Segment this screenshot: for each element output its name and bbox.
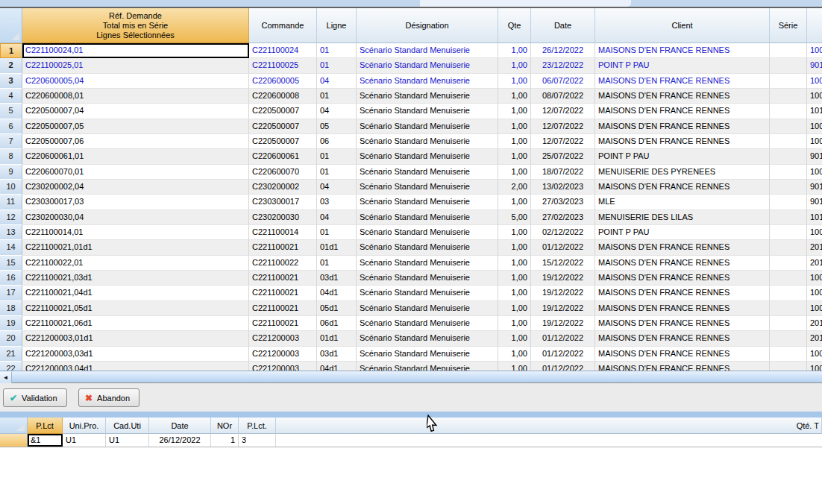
row-number[interactable]: 17 (0, 286, 22, 300)
cell-serie[interactable] (770, 286, 807, 300)
cell-ligne[interactable]: 04 (317, 210, 357, 225)
cell-designation[interactable]: Scénario Standard Menuiserie (357, 195, 498, 210)
row-number[interactable]: 1 (0, 43, 22, 58)
cell-serie[interactable] (770, 149, 807, 164)
cell-commande[interactable]: C220500007 (249, 104, 317, 119)
cell-qte[interactable]: 1,00 (498, 104, 531, 119)
row-number[interactable]: 18 (0, 301, 22, 316)
cell-serie[interactable] (770, 134, 807, 149)
cell-client[interactable]: MAISONS D'EN FRANCE RENNES (595, 286, 770, 300)
cell-serie[interactable] (770, 165, 807, 180)
cell-serie[interactable] (770, 271, 807, 286)
cell-ligne[interactable]: 04 (317, 74, 357, 89)
row-number[interactable]: 21 (0, 347, 22, 362)
cell-date[interactable]: 12/07/2022 (531, 134, 595, 149)
cell-ligne[interactable]: 06d1 (317, 316, 357, 331)
cell-serie[interactable] (770, 58, 807, 73)
column-header-serie[interactable]: Série (770, 8, 807, 43)
cell-client[interactable]: POINT P PAU (595, 149, 770, 164)
cell-designation[interactable]: Scénario Standard Menuiserie (357, 43, 498, 58)
bottom-cell-plct2[interactable]: 3 (239, 434, 276, 447)
cell-qte[interactable]: 1,00 (498, 43, 531, 58)
bottom-row-gutter[interactable] (0, 434, 28, 447)
cell-commande[interactable]: C221100022 (249, 256, 317, 271)
cell-de[interactable]: 100 (807, 225, 822, 240)
bottom-column-header-plct2[interactable]: P.Lct. (239, 418, 276, 434)
cell-de[interactable]: 201 (807, 240, 822, 255)
cell-date[interactable]: 19/12/2022 (531, 301, 595, 316)
cell-qte[interactable]: 1,00 (498, 347, 531, 362)
cell-ligne[interactable]: 01d1 (317, 331, 357, 346)
row-number[interactable]: 11 (0, 195, 22, 210)
cell-designation[interactable]: Scénario Standard Menuiserie (357, 256, 498, 271)
cell-client[interactable]: MAISONS D'EN FRANCE RENNES (595, 362, 770, 371)
cell-ligne[interactable]: 01 (317, 225, 357, 240)
cell-designation[interactable]: Scénario Standard Menuiserie (357, 58, 498, 73)
cell-designation[interactable]: Scénario Standard Menuiserie (357, 225, 498, 240)
cell-designation[interactable]: Scénario Standard Menuiserie (357, 89, 498, 104)
cell-qte[interactable]: 1,00 (498, 301, 531, 316)
cell-commande[interactable]: C221100021 (249, 271, 317, 286)
cell-date[interactable]: 23/12/2022 (531, 58, 595, 73)
cell-qte[interactable]: 1,00 (498, 89, 531, 104)
cell-ref[interactable]: C230200002,04 (22, 180, 249, 195)
row-number[interactable]: 16 (0, 271, 22, 286)
cell-de[interactable]: 201 (807, 256, 822, 271)
bottom-cell-date[interactable]: 26/12/2022 (149, 434, 211, 447)
column-header-ref[interactable]: Réf. Demande Total mis en Série Lignes S… (22, 8, 249, 43)
column-header-qte[interactable]: Qte (498, 8, 531, 43)
bottom-column-header-plct[interactable]: P.Lct (28, 418, 63, 434)
cell-ref[interactable]: C221100021,03d1 (22, 271, 249, 286)
cell-client[interactable]: MAISONS D'EN FRANCE RENNES (595, 240, 770, 255)
cell-serie[interactable] (770, 331, 807, 346)
cell-serie[interactable] (770, 210, 807, 225)
cell-date[interactable]: 19/12/2022 (531, 316, 595, 331)
cell-date[interactable]: 19/12/2022 (531, 271, 595, 286)
cell-date[interactable]: 08/07/2022 (531, 89, 595, 104)
horizontal-scrollbar[interactable]: ◄ (0, 371, 822, 383)
cell-serie[interactable] (770, 240, 807, 255)
column-header-client[interactable]: Client (595, 8, 770, 43)
cell-client[interactable]: MAISONS D'EN FRANCE RENNES (595, 301, 770, 316)
cell-ligne[interactable]: 03 (317, 195, 357, 210)
cell-serie[interactable] (770, 89, 807, 104)
cell-client[interactable]: MAISONS D'EN FRANCE RENNES (595, 316, 770, 331)
cell-designation[interactable]: Scénario Standard Menuiserie (357, 149, 498, 164)
cell-qte[interactable]: 1,00 (498, 256, 531, 271)
cell-designation[interactable]: Scénario Standard Menuiserie (357, 347, 498, 362)
cell-qte[interactable]: 1,00 (498, 362, 531, 371)
row-number[interactable]: 10 (0, 180, 22, 195)
cell-ligne[interactable]: 01 (317, 149, 357, 164)
cell-ref[interactable]: C230300017,03 (22, 195, 249, 210)
cell-qte[interactable]: 1,00 (498, 240, 531, 255)
cell-ref[interactable]: C220600061,01 (22, 149, 249, 164)
cell-de[interactable]: 100 (807, 286, 822, 300)
cell-commande[interactable]: C221100021 (249, 286, 317, 300)
validation-button[interactable]: ✔ Validation (3, 388, 67, 407)
cell-serie[interactable] (770, 180, 807, 195)
cell-client[interactable]: MAISONS D'EN FRANCE RENNES (595, 43, 770, 58)
cell-de[interactable]: 100 (807, 43, 822, 58)
bottom-column-header-nor[interactable]: NOr (211, 418, 239, 434)
cell-client[interactable]: MAISONS D'EN FRANCE RENNES (595, 256, 770, 271)
bottom-cell-plct[interactable]: &1 (28, 434, 63, 447)
cell-ligne[interactable]: 04 (317, 104, 357, 119)
row-number[interactable]: 15 (0, 256, 22, 271)
cell-ref[interactable]: C220600008,01 (22, 89, 249, 104)
cell-commande[interactable]: C220600061 (249, 149, 317, 164)
cell-qte[interactable]: 1,00 (498, 331, 531, 346)
cell-date[interactable]: 25/07/2022 (531, 149, 595, 164)
cell-designation[interactable]: Scénario Standard Menuiserie (357, 119, 498, 134)
cell-ref[interactable]: C221100021,04d1 (22, 286, 249, 300)
cell-date[interactable]: 27/03/2023 (531, 195, 595, 210)
cell-serie[interactable] (770, 256, 807, 271)
cell-ref[interactable]: C221200003,01d1 (22, 331, 249, 346)
cell-ligne[interactable]: 05d1 (317, 301, 357, 316)
row-number[interactable]: 3 (0, 74, 22, 89)
cell-serie[interactable] (770, 225, 807, 240)
cell-de[interactable]: 100 (807, 362, 822, 371)
cell-date[interactable]: 06/07/2022 (531, 74, 595, 89)
column-header-ligne[interactable]: Ligne (317, 8, 357, 43)
cell-qte[interactable]: 1,00 (498, 119, 531, 134)
cell-de[interactable]: 100 (807, 134, 822, 149)
